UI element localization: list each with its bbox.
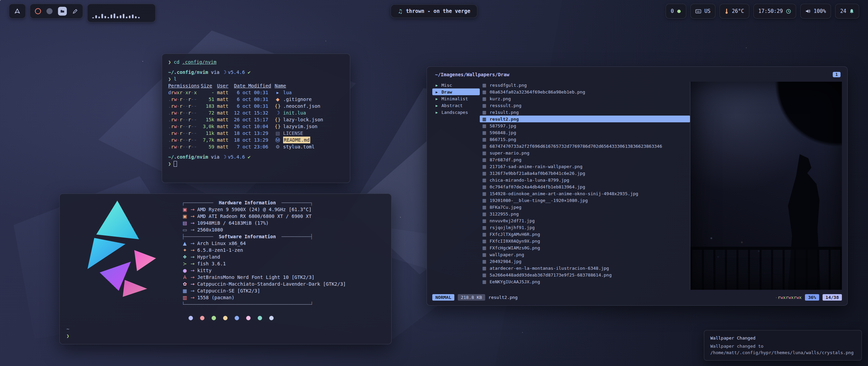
- volume-module[interactable]: 100%: [800, 4, 831, 19]
- launcher-button[interactable]: [9, 4, 26, 19]
- file-list-item[interactable]: ▦ressdfgult.png: [480, 82, 690, 88]
- clock-module[interactable]: 17:50:29: [753, 4, 796, 19]
- fetch-row-icons: ▦→Catppuccin-SE [GTK2/3]: [182, 287, 346, 294]
- file-list-item[interactable]: ▦3122955.png: [480, 210, 690, 217]
- image-file-icon: ▦: [482, 137, 487, 142]
- temperature-label: 26°C: [732, 8, 744, 14]
- shell-prompt-line[interactable]: ❯: [168, 160, 344, 167]
- folder-icon: ▸: [434, 110, 439, 115]
- image-file-icon: ▦: [482, 130, 487, 135]
- visualizer-bar: [107, 17, 109, 18]
- file-list-item[interactable]: ▦5a266e448add93deab367d87173e9f25-683788…: [480, 271, 690, 278]
- keyboard-icon: [695, 9, 701, 14]
- visualizer-bar: [135, 16, 137, 18]
- fetch-row-font: A→JetBrainsMono Nerd Font Light 10 [GTK2…: [182, 274, 346, 281]
- file-list-item[interactable]: ▦0c794faf07de24a4db4d4fb1eb813964.jpg: [480, 183, 690, 190]
- file-list-item[interactable]: ▦wallpaper.png: [480, 251, 690, 258]
- file-type-icon: {}: [275, 116, 281, 123]
- sidebar-folder-abstract[interactable]: ▸Abstract: [432, 102, 480, 109]
- notification-toast[interactable]: Wallpaper Changed Wallpaper changed to /…: [704, 330, 862, 361]
- file-list-item[interactable]: ▦3126f7e9bbf21a8a4af0b67b041c6e26.jpg: [480, 170, 690, 177]
- visualizer-bar: [129, 16, 131, 18]
- file-list-item[interactable]: ▦866715.png: [480, 136, 690, 143]
- media-player-pill[interactable]: ♫ thrown - on the verge: [391, 4, 477, 18]
- folder-icon: [60, 9, 65, 14]
- visualizer-bar: [92, 17, 94, 18]
- list-position-badge: 14/38: [823, 294, 842, 301]
- workspace-browser-icon[interactable]: [35, 8, 41, 14]
- keyboard-layout-label: US: [704, 8, 710, 14]
- sidebar-folder-draw[interactable]: ▸Draw: [432, 88, 480, 95]
- file-list-item[interactable]: ▦chica-mirando-la-luna-8799.jpg: [480, 177, 690, 183]
- temperature-module[interactable]: 26°C: [719, 4, 749, 19]
- file-list-item[interactable]: ▦20492984.jpg: [480, 258, 690, 265]
- theme-icon: ✿: [182, 281, 188, 287]
- file-list-item[interactable]: ▦FXfcHgcWIAMzs0G.png: [480, 244, 690, 251]
- file-list-item[interactable]: ▦FXfcII0X0AQyn9X.png: [480, 238, 690, 244]
- file-list-item[interactable]: ▦217167-sad-anime-rain-wallpaper.png: [480, 163, 690, 170]
- sidebar-folder-landscapes[interactable]: ▸Landscapes: [432, 109, 480, 116]
- sidebar-folder-minimalist[interactable]: ▸Minimalist: [432, 95, 480, 102]
- file-list-item[interactable]: ▦result2.png: [480, 116, 690, 122]
- terminal-window[interactable]: ❯cd.config/nvim ~/.config/nvimvia☽v5.4.6…: [162, 54, 350, 183]
- file-list-item[interactable]: ▦8FKa7Cu.jpeg: [480, 204, 690, 210]
- file-list-item[interactable]: ▦re1sult.png: [480, 109, 690, 116]
- speaker-icon: [805, 9, 811, 14]
- visualizer-bar: [95, 15, 97, 18]
- file-list-item[interactable]: ▦08a634fa02a32364f69ebc86a98eb1eb.png: [480, 88, 690, 95]
- sidebar-folder-misc[interactable]: ▸Misc: [432, 82, 480, 88]
- top-bar: ♫ thrown - on the verge 0 US 26°C 17:50:…: [0, 0, 868, 22]
- file-type-icon: {}: [275, 123, 281, 130]
- image-file-icon: ▦: [482, 279, 487, 284]
- clock-icon: [786, 9, 791, 14]
- listing-header: PermissionsSizeUserDate ModifiedName: [168, 82, 344, 89]
- file-list-item[interactable]: ▦87r687df.png: [480, 156, 690, 163]
- visualizer-bar: [101, 14, 103, 18]
- lua-version: v5.4.6: [228, 69, 245, 76]
- palette-dot: [258, 316, 262, 320]
- file-list-item[interactable]: ▦atardecer-en-la-montanas-ilustracion-63…: [480, 265, 690, 271]
- image-file-icon: ▦: [482, 89, 487, 95]
- keyboard-layout-module[interactable]: US: [690, 4, 715, 19]
- file-list-item[interactable]: ▦154928-odinokoe_anime-art-anime-okno-si…: [480, 190, 690, 197]
- workspace-files-active[interactable]: [58, 7, 67, 16]
- section-rule: ┌────────── Hardware Information ───────…: [182, 199, 346, 206]
- clock-label: 17:50:29: [758, 8, 783, 14]
- file-list-item[interactable]: ▦EeNKYgIUcAAJ5JX.png: [480, 278, 690, 285]
- system-info-panel: ┌────────── Hardware Information ───────…: [182, 199, 346, 308]
- fetch-row-display: ▭→868x366: [182, 226, 346, 233]
- file-list-item[interactable]: ▦resssult.png: [480, 102, 690, 109]
- image-file-icon: ▦: [482, 245, 487, 250]
- workspace-messenger-icon[interactable]: [46, 8, 53, 14]
- workspace-pen-icon[interactable]: [72, 8, 78, 14]
- prompt-char: ❯: [168, 59, 171, 65]
- file-type-icon: {}: [275, 103, 281, 109]
- file-manager-window[interactable]: ~/Imagenes/Wallpapers/Draw 1 ▸Misc▸Draw▸…: [427, 66, 848, 306]
- check-icon: ✔: [248, 69, 250, 76]
- file-list-item[interactable]: ▦587597.jpg: [480, 122, 690, 129]
- fetch-row-gpu: ▣→AMD ATI Radeon RX 6800/6800 XT / 6900 …: [182, 213, 346, 220]
- file-list-item[interactable]: ▦FXfcJlTXgAMvH6R.png: [480, 231, 690, 238]
- lua-icon: ☽: [222, 69, 226, 76]
- file-list-item[interactable]: ▦super-mario.png: [480, 149, 690, 156]
- file-list-item[interactable]: ▦596848.jpg: [480, 129, 690, 136]
- file-list-item[interactable]: ▦nnvuv0xj2df71.jpg: [480, 217, 690, 224]
- file-list-item[interactable]: ▦19201080-__blue-tinge__-1920×1080.jpg: [480, 197, 690, 204]
- display-icon: ▭: [182, 226, 188, 233]
- updates-module[interactable]: 0: [666, 4, 686, 19]
- file-list-item[interactable]: ▦kurz.png: [480, 95, 690, 102]
- file-list-item[interactable]: ▦rsjqojlmjhf91.jpg: [480, 224, 690, 231]
- shell-icon: ≻: [182, 260, 188, 267]
- volume-label: 100%: [814, 8, 826, 14]
- packages-icon: ▥: [182, 294, 188, 301]
- image-file-icon: ▦: [482, 83, 487, 88]
- tab-badge[interactable]: 1: [833, 72, 841, 77]
- updates-count: 0: [671, 8, 674, 14]
- fastfetch-window[interactable]: ┌────────── Hardware Information ───────…: [59, 194, 392, 344]
- audio-visualizer: [87, 4, 156, 22]
- palette-dot: [223, 316, 228, 320]
- shell-prompt[interactable]: ~ ❯: [66, 326, 69, 339]
- notifications-module[interactable]: 24: [835, 4, 859, 19]
- file-list-item[interactable]: ▦68747470733a2f2f696d616765732d7769786d7…: [480, 143, 690, 149]
- selected-filename: result2.png: [489, 295, 518, 300]
